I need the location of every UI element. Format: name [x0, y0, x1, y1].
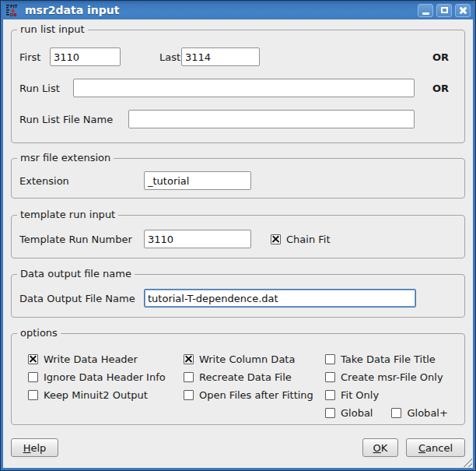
checkbox-label: Global: [341, 407, 373, 419]
extension-input[interactable]: [144, 171, 251, 190]
open-files-after-fitting-checkbox[interactable]: Open Files after Fitting: [184, 389, 313, 401]
checkbox-label: Create msr-File Only: [341, 371, 443, 383]
checkbox-label: Keep Minuit2 Output: [44, 389, 148, 401]
data-output-file-name-label: Data Output File Name: [19, 293, 144, 304]
checkbox-label: Fit Only: [341, 389, 379, 401]
button-label: elp: [30, 442, 46, 454]
maximize-icon: [441, 7, 448, 13]
ok-button[interactable]: OK: [362, 438, 398, 457]
run-list-input[interactable]: [73, 79, 415, 97]
checkbox-label: Open Files after Fitting: [199, 389, 313, 401]
write-column-data-checkbox[interactable]: Write Column Data: [184, 353, 295, 365]
dialog-content: run list input First Last OR Run List OR…: [3, 19, 473, 468]
checkbox-box: [184, 354, 194, 364]
checkbox-box: [184, 390, 194, 400]
checkbox-box: [325, 354, 335, 364]
run-list-file-name-input[interactable]: [128, 110, 415, 128]
first-label: First: [19, 51, 50, 63]
group-msr-file-extension: msr file extension Extension: [11, 158, 465, 199]
take-data-file-title-checkbox[interactable]: Take Data File Title: [325, 353, 436, 365]
extension-label: Extension: [19, 175, 144, 187]
titlebar[interactable]: FIT DB msr2data input: [3, 1, 473, 19]
help-button[interactable]: Help: [11, 438, 58, 457]
group-legend: template run input: [17, 209, 118, 221]
checkbox-box: [325, 372, 335, 382]
fit-db-app-icon: FIT DB: [5, 3, 19, 17]
checkbox-label: Write Column Data: [199, 353, 295, 365]
checkbox-box: [28, 372, 38, 382]
group-data-output-file-name: Data output file name Data Output File N…: [11, 274, 465, 318]
ignore-data-header-info-checkbox[interactable]: Ignore Data Header Info: [28, 371, 166, 383]
checkbox-label: Ignore Data Header Info: [44, 371, 166, 383]
button-label: O: [373, 442, 381, 454]
dialog-window: FIT DB msr2data input run list input Fir…: [0, 0, 476, 471]
group-legend: Data output file name: [17, 268, 135, 280]
group-legend: run list input: [17, 23, 88, 36]
checkbox-box: [28, 354, 38, 364]
svg-text:DB: DB: [10, 12, 17, 17]
first-run-input[interactable]: [50, 47, 121, 66]
button-label: K: [381, 442, 388, 454]
chain-fit-label: Chain Fit: [286, 234, 331, 245]
button-label: C: [418, 442, 425, 454]
maximize-button[interactable]: [436, 4, 452, 17]
or-label: OR: [432, 51, 449, 63]
checkbox-box: [325, 390, 335, 400]
close-button[interactable]: [455, 4, 471, 17]
group-legend: msr file extension: [17, 152, 114, 164]
template-run-number-label: Template Run Number: [19, 234, 144, 245]
checkbox-box: [325, 408, 335, 418]
keep-minuit2-output-checkbox[interactable]: Keep Minuit2 Output: [28, 389, 148, 401]
chain-fit-checkbox[interactable]: Chain Fit: [271, 234, 331, 245]
group-options: options Write Data Header Ignore Data He…: [11, 333, 465, 425]
button-row: Help OK Cancel: [11, 438, 465, 457]
write-data-header-checkbox[interactable]: Write Data Header: [28, 353, 138, 365]
checkbox-label: Take Data File Title: [341, 353, 436, 365]
close-icon: [459, 6, 467, 15]
group-template-run-input: template run input Template Run Number C…: [11, 215, 465, 258]
checkbox-box: [391, 408, 401, 418]
resize-grip[interactable]: [462, 457, 472, 467]
cancel-button[interactable]: Cancel: [406, 438, 465, 457]
checkbox-label: Write Data Header: [44, 353, 138, 365]
data-output-file-name-input[interactable]: [144, 289, 416, 308]
group-legend: options: [17, 327, 61, 339]
create-msr-file-only-checkbox[interactable]: Create msr-File Only: [325, 371, 443, 383]
template-run-number-input[interactable]: [144, 230, 251, 248]
checkbox-box: [184, 372, 194, 382]
global-checkbox[interactable]: Global: [325, 407, 373, 419]
recreate-data-file-checkbox[interactable]: Recreate Data File: [184, 371, 292, 383]
checkbox-label: Recreate Data File: [199, 371, 292, 383]
last-run-input[interactable]: [181, 47, 260, 66]
minimize-button[interactable]: [418, 4, 433, 17]
button-label: ancel: [425, 442, 453, 454]
fit-only-checkbox[interactable]: Fit Only: [325, 389, 379, 401]
svg-text:FIT: FIT: [10, 4, 18, 9]
or-label: OR: [432, 83, 449, 94]
checkbox-label: Global+: [407, 407, 447, 419]
checkbox-box: [28, 390, 38, 400]
global-plus-checkbox[interactable]: Global+: [391, 407, 447, 419]
button-label: H: [23, 442, 31, 454]
run-list-file-name-label: Run List File Name: [19, 114, 128, 125]
last-label: Last: [159, 51, 181, 63]
group-run-list-input: run list input First Last OR Run List OR…: [11, 30, 465, 143]
checkbox-box: [271, 234, 281, 244]
minimize-icon: [422, 12, 429, 15]
window-title: msr2data input: [25, 4, 418, 16]
run-list-label: Run List: [19, 83, 73, 94]
